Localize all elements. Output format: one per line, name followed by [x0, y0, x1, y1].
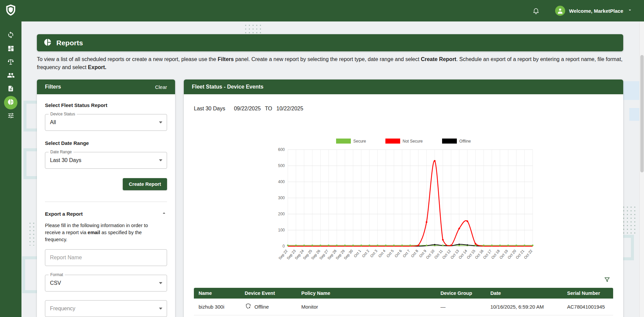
- svg-text:Oct 19: Oct 19: [499, 249, 509, 260]
- topbar: Welcome, MarketPlace: [0, 0, 644, 21]
- export-section-toggle[interactable]: Export a Report: [45, 210, 167, 217]
- shield-logo-icon: [4, 4, 17, 18]
- col-date: Date: [486, 288, 562, 299]
- svg-text:Oct 1: Oct 1: [353, 249, 362, 258]
- svg-text:500: 500: [278, 163, 285, 168]
- create-report-button[interactable]: Create Report: [123, 178, 167, 190]
- range-end-date: 10/22/2025: [276, 106, 303, 111]
- device-status-label: Device Status: [49, 112, 77, 116]
- svg-text:Oct 14: Oct 14: [458, 249, 468, 260]
- legend-item-offline[interactable]: Offline: [442, 139, 471, 144]
- user-menu[interactable]: Welcome, MarketPlace: [555, 6, 633, 16]
- shield-offline-icon: [245, 303, 252, 311]
- export-heading: Export a Report: [45, 211, 83, 217]
- device-status-select[interactable]: Device Status All: [45, 114, 167, 131]
- range-label: Last 30 Days: [194, 106, 225, 112]
- cell-name: bizhub 300i: [194, 299, 240, 315]
- chevron-down-icon: [159, 121, 162, 123]
- cell-policy-name: Monitor: [297, 299, 436, 315]
- col-name: Name: [194, 288, 240, 299]
- svg-text:100: 100: [278, 228, 285, 232]
- fleet-status-panel-header: Fleet Status - Device Events: [184, 80, 623, 94]
- page-description: To view a list of all scheduled reports …: [37, 55, 623, 71]
- page-title-bar: Reports: [37, 34, 623, 51]
- app-logo[interactable]: [0, 0, 21, 21]
- chevron-down-icon: [159, 282, 162, 284]
- svg-text:600: 600: [278, 147, 285, 152]
- chevron-up-icon: [161, 210, 167, 217]
- page-title: Reports: [56, 39, 83, 47]
- report-date-range: Last 30 Days 09/22/2025 TO 10/22/2025: [194, 106, 613, 112]
- svg-text:Oct 6: Oct 6: [394, 249, 402, 258]
- date-range-heading: Select Date Range: [45, 140, 167, 146]
- report-name-input[interactable]: [45, 249, 167, 266]
- offline-swatch: [442, 139, 457, 144]
- sliders-icon: [7, 112, 14, 120]
- cell-serial-number: AC78041001945: [562, 299, 613, 315]
- line-chart-svg: Sep 22Sep 23Sep 24Sep 25Sep 26Sep 27Sep …: [269, 145, 538, 276]
- sidebar-item-users[interactable]: [4, 69, 17, 83]
- not-secure-swatch: [385, 139, 400, 144]
- secure-swatch: [336, 139, 351, 144]
- svg-text:Oct 4: Oct 4: [377, 249, 386, 258]
- sidebar-item-dashboard[interactable]: [4, 42, 17, 56]
- chevron-down-icon: [159, 308, 162, 310]
- legend-item-secure[interactable]: Secure: [336, 139, 366, 144]
- clear-filters-button[interactable]: Clear: [155, 84, 167, 90]
- chart-legend: Secure Not Secure Offline: [269, 139, 538, 144]
- svg-text:Oct 12: Oct 12: [441, 249, 451, 260]
- reports-pie-icon: [44, 38, 52, 48]
- legend-item-not-secure[interactable]: Not Secure: [385, 139, 423, 144]
- fleet-status-panel: Fleet Status - Device Events Last 30 Day…: [184, 80, 623, 317]
- filters-panel-header: Filters Clear: [37, 80, 175, 94]
- fleet-status-chart: Secure Not Secure Offline Sep 22Se: [269, 139, 538, 276]
- welcome-label: Welcome, MarketPlace: [569, 8, 623, 14]
- table-row[interactable]: bizhub 300i: [194, 299, 613, 315]
- range-to-label: TO: [265, 106, 272, 111]
- svg-text:Oct 21: Oct 21: [515, 249, 525, 260]
- svg-text:Oct 3: Oct 3: [369, 249, 378, 258]
- sidebar-item-sync[interactable]: [4, 29, 17, 42]
- sidebar-item-compliance[interactable]: [4, 56, 17, 69]
- chevron-down-icon: [627, 7, 633, 14]
- fleet-status-title: Fleet Status - Device Events: [192, 84, 263, 90]
- date-range-label: Date Range: [49, 150, 73, 154]
- date-range-value: Last 30 Days: [50, 157, 81, 163]
- users-icon: [7, 71, 15, 81]
- sidebar-item-documents[interactable]: [4, 83, 17, 96]
- svg-text:Oct 15: Oct 15: [466, 249, 476, 260]
- balance-scale-icon: [7, 58, 14, 67]
- frequency-select[interactable]: Frequency: [45, 300, 167, 317]
- table-header-row: Name Device Event Policy Name Device Gro…: [194, 288, 613, 299]
- format-label: Format: [49, 272, 65, 277]
- svg-text:0: 0: [282, 244, 285, 249]
- device-events-table: Name Device Event Policy Name Device Gro…: [194, 288, 613, 315]
- format-value: CSV: [50, 280, 61, 286]
- svg-text:Oct 20: Oct 20: [507, 249, 517, 260]
- svg-text:Oct 5: Oct 5: [386, 249, 394, 258]
- range-dates: 09/22/2025 TO 10/22/2025: [234, 106, 306, 112]
- frequency-placeholder: Frequency: [50, 306, 75, 312]
- vertical-scrollbar: [639, 21, 644, 317]
- cell-device-group: —: [436, 299, 486, 315]
- svg-text:400: 400: [278, 179, 285, 184]
- sidebar-item-reports[interactable]: [4, 96, 17, 109]
- document-icon: [7, 85, 14, 93]
- svg-text:Oct 17: Oct 17: [482, 249, 492, 260]
- notifications-bell-icon[interactable]: [532, 7, 540, 14]
- svg-text:200: 200: [278, 212, 285, 216]
- export-hint: Please fill in the following information…: [45, 222, 163, 243]
- deco-square-blue-1: [621, 81, 640, 100]
- cell-device-event: Offline: [240, 299, 297, 315]
- device-status-value: All: [50, 119, 56, 125]
- col-serial-number: Serial Number: [562, 288, 613, 299]
- sidebar-item-settings[interactable]: [4, 109, 17, 123]
- date-range-select[interactable]: Date Range Last 30 Days: [45, 152, 167, 169]
- chevron-down-icon: [159, 159, 162, 161]
- col-policy-name: Policy Name: [297, 288, 436, 299]
- scrollbar-thumb[interactable]: [640, 55, 644, 172]
- table-filter-funnel-icon[interactable]: [604, 276, 610, 284]
- format-select[interactable]: Format CSV: [45, 275, 167, 292]
- sync-icon: [7, 31, 14, 40]
- svg-text:Oct 22: Oct 22: [523, 249, 533, 260]
